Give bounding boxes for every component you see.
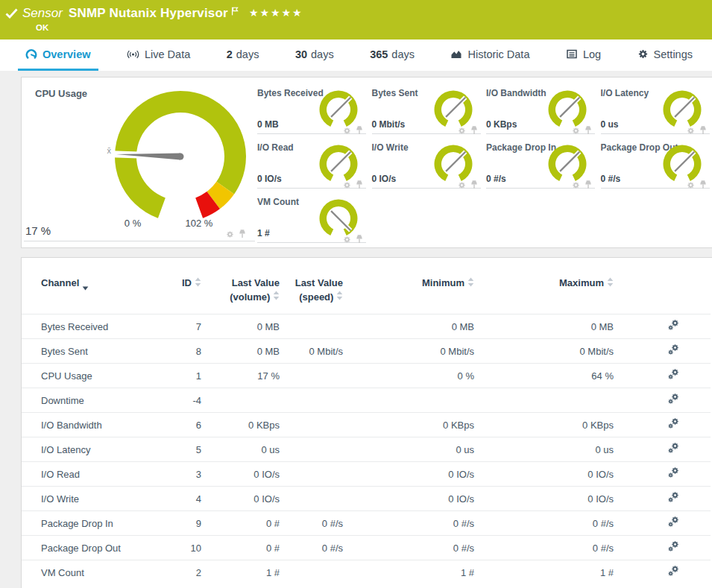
gauge-tile-i-o-latency: I/O Latency0 us [601,85,710,134]
gauge-title: I/O Bandwidth [486,88,546,98]
channel-gauge-icon[interactable] [667,442,680,455]
column-header-channel[interactable]: Channel [22,276,157,314]
column-label: Minimum [422,276,464,289]
gauge-settings-gear-icon[interactable] [343,179,351,192]
tab-365-days[interactable]: 365days [362,39,422,71]
tab-label: Live Data [145,48,190,60]
tile-divider [24,241,255,241]
cell-id: -4 [157,388,201,413]
cell-last_speed: 0 Mbit/s [280,339,343,364]
priority-stars[interactable]: ★★★★★ [249,7,303,19]
cell-max: 0 #/s [474,536,614,560]
tab-live-data[interactable]: Live Data [119,39,198,71]
channel-row[interactable]: Bytes Received70 MB0 MB0 MB [22,314,711,339]
pin-gauge-icon[interactable] [356,179,363,192]
sort-icon[interactable] [195,277,201,290]
gauge-settings-gear-icon[interactable] [572,124,580,138]
channel-row[interactable]: I/O Bandwidth60 KBps0 KBps0 KBps [22,413,711,437]
prtg-sensor-page: Sensor SNMP Nutanix Hypervisor ★★★★★ OK … [0,0,712,588]
gauge-settings-gear-icon[interactable] [458,124,466,138]
tab-overview[interactable]: Overview [18,39,98,71]
sort-desc-icon[interactable] [82,281,89,294]
cell-channel: I/O Latency [22,437,157,462]
gauge-settings-gear-icon[interactable] [687,124,695,138]
channel-gauge-icon[interactable] [667,516,680,528]
gauge-settings-gear-icon[interactable] [226,228,234,241]
tab-log[interactable]: Log [558,39,608,71]
channel-table: ChannelIDLast Value(volume) Last Value(s… [22,276,711,584]
cell-last_volume: 0 MB [201,314,280,339]
channel-row[interactable]: I/O Write40 IO/s0 IO/s0 IO/s [22,487,711,511]
channel-gauge-icon[interactable] [667,417,680,430]
tab-historic-data[interactable]: Historic Data [443,39,537,71]
cell-min: 0 us [343,437,474,462]
pin-gauge-icon[interactable] [699,124,707,138]
flag-icon[interactable] [231,7,239,16]
channel-row[interactable]: I/O Latency50 us0 us0 us [22,437,711,462]
status-ok-check-icon [5,8,18,19]
channel-gauge-icon[interactable] [667,491,680,504]
channel-row[interactable]: CPU Usage117 %0 %64 % [22,364,711,388]
cell-last_volume: 17 % [201,364,280,388]
channel-gauge-icon[interactable] [667,540,680,553]
pin-gauge-icon[interactable] [585,124,592,138]
column-header-last_speed[interactable]: Last Value(speed) [280,276,343,314]
tab-2-days[interactable]: 2days [219,39,267,71]
sort-icon[interactable] [336,291,343,300]
gauge-settings-gear-icon[interactable] [343,233,351,247]
cell-gauge-link [614,388,711,413]
column-header-last_volume[interactable]: Last Value(volume) [201,276,280,314]
cell-max: 0 IO/s [474,462,614,487]
cpu-usage-gauge: x̄ [95,85,266,224]
gauge-settings-gear-icon[interactable] [343,124,351,138]
column-header-id[interactable]: ID [157,276,201,314]
cell-last_volume: 0 # [201,536,280,560]
column-label: Channel [41,276,79,289]
channel-gauge-icon[interactable] [667,393,680,405]
channel-gauge-icon[interactable] [667,319,680,332]
pin-gauge-icon[interactable] [699,179,707,192]
sort-icon[interactable] [273,291,280,300]
channel-gauge-icon[interactable] [667,344,680,356]
cell-id: 10 [157,536,201,560]
channel-row[interactable]: I/O Read30 IO/s0 IO/s0 IO/s [22,462,711,487]
gauge-settings-gear-icon[interactable] [687,179,695,192]
pin-gauge-icon[interactable] [470,179,478,192]
tab-settings[interactable]: Settings [630,39,700,71]
channel-row[interactable]: VM Count21 #1 #1 # [22,560,711,585]
column-label: Maximum [559,276,604,289]
channel-row[interactable]: Package Drop Out100 #0 #/s0 #/s0 #/s [22,536,711,560]
column-header-min[interactable]: Minimum [343,276,474,314]
cell-last_speed [280,364,343,388]
channel-row[interactable]: Downtime-4 [22,388,711,413]
gauge-value: 0 MB [257,119,279,130]
channel-gauge-icon[interactable] [667,467,680,479]
gauge-tile-bytes-received: Bytes Received0 MB [257,85,366,134]
cell-min: 1 # [343,560,474,585]
gauge-settings-gear-icon[interactable] [458,179,466,192]
gauge-title: VM Count [257,197,299,207]
channel-gauge-icon[interactable] [667,565,680,578]
gauge-icon [25,48,37,60]
tab-number: 365 [370,48,388,60]
cell-min: 0 IO/s [343,487,474,511]
pin-gauge-icon[interactable] [585,179,592,192]
cell-id: 7 [157,314,201,339]
sort-icon[interactable] [607,277,614,290]
column-header-max[interactable]: Maximum [474,276,614,314]
cell-min: 0 % [343,364,474,388]
pin-gauge-icon[interactable] [356,124,363,138]
gauge-settings-gear-icon[interactable] [572,179,580,192]
sort-icon[interactable] [467,277,474,290]
pin-gauge-icon[interactable] [356,233,363,247]
channel-gauge-icon[interactable] [667,368,680,381]
gauge-tile-i-o-bandwidth: I/O Bandwidth0 KBps [486,85,595,134]
pin-gauge-icon[interactable] [239,228,246,241]
tile-actions [458,179,478,192]
cell-last_speed [280,388,343,413]
tile-actions [572,179,592,192]
tab-30-days[interactable]: 30days [288,39,341,71]
channel-row[interactable]: Package Drop In90 #0 #/s0 #/s0 #/s [22,511,711,536]
pin-gauge-icon[interactable] [470,124,478,138]
channel-row[interactable]: Bytes Sent80 MB0 Mbit/s0 Mbit/s0 Mbit/s [22,339,711,364]
